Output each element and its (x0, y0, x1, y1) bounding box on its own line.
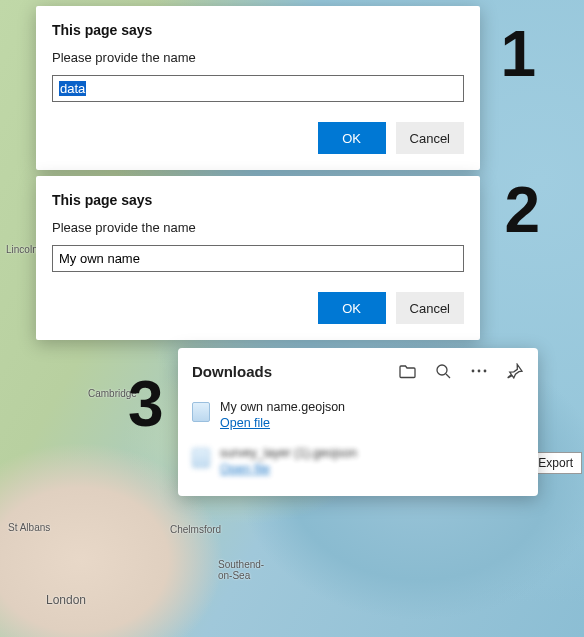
map-label-chelmsford: Chelmsford (170, 524, 221, 535)
download-item[interactable]: My own name.geojson Open file (192, 394, 524, 440)
dialog-title: This page says (52, 192, 464, 208)
file-icon (192, 448, 210, 468)
dialog-message: Please provide the name (52, 220, 464, 235)
dialog-buttons: OK Cancel (52, 122, 464, 154)
step-number-2: 2 (504, 178, 540, 242)
svg-point-0 (437, 365, 447, 375)
ok-button[interactable]: OK (318, 122, 386, 154)
more-icon[interactable] (470, 362, 488, 380)
ok-button[interactable]: OK (318, 292, 386, 324)
svg-point-2 (478, 370, 481, 373)
pin-icon[interactable] (506, 362, 524, 380)
prompt-dialog-2: This page says Please provide the name O… (36, 176, 480, 340)
dialog-message: Please provide the name (52, 50, 464, 65)
selected-text: data (59, 81, 86, 96)
dialog-buttons: OK Cancel (52, 292, 464, 324)
step-number-1: 1 (500, 22, 536, 86)
step-number-3: 3 (128, 372, 164, 436)
name-input[interactable] (52, 245, 464, 272)
folder-icon[interactable] (398, 362, 416, 380)
downloads-panel: Downloads My own name.geojson Open file … (178, 348, 538, 496)
map-label-lincoln: Lincoln (6, 244, 38, 255)
cancel-button[interactable]: Cancel (396, 292, 464, 324)
download-filename: survey_layer (1).geojson (220, 446, 357, 460)
download-item[interactable]: survey_layer (1).geojson Open file (192, 440, 524, 486)
map-label-stalbans: St Albans (8, 522, 50, 533)
svg-point-3 (484, 370, 487, 373)
downloads-header: Downloads (192, 362, 524, 380)
open-file-link[interactable]: Open file (220, 462, 270, 476)
name-input[interactable]: data (52, 75, 464, 102)
map-label-london: London (46, 593, 86, 607)
map-label-southend: Southend- on-Sea (218, 559, 264, 581)
file-icon (192, 402, 210, 422)
search-icon[interactable] (434, 362, 452, 380)
dialog-title: This page says (52, 22, 464, 38)
prompt-dialog-1: This page says Please provide the name d… (36, 6, 480, 170)
open-file-link[interactable]: Open file (220, 416, 270, 430)
downloads-title: Downloads (192, 363, 398, 380)
download-filename: My own name.geojson (220, 400, 345, 414)
cancel-button[interactable]: Cancel (396, 122, 464, 154)
svg-point-1 (472, 370, 475, 373)
